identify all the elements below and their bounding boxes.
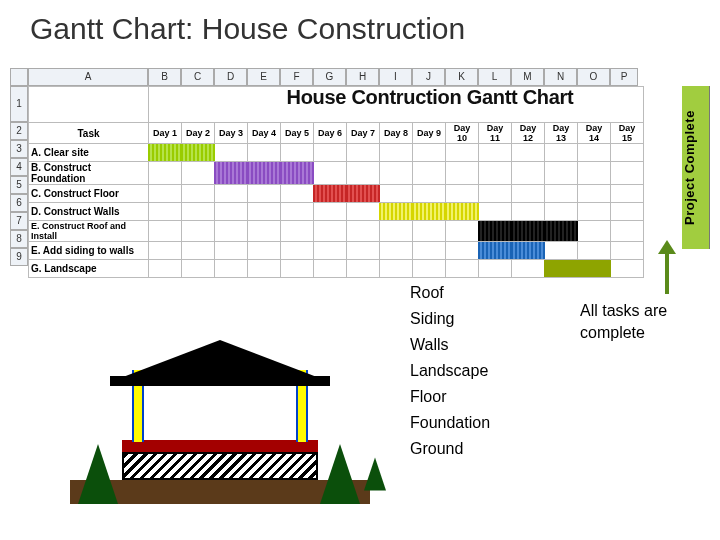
day-header: Day 4 [248, 123, 281, 144]
day-header: Day 1 [149, 123, 182, 144]
completion-note: All tasks are complete [580, 300, 710, 344]
col-header: H [346, 68, 379, 86]
row-header: 2 [10, 122, 28, 140]
gantt-bar [280, 162, 314, 184]
day-header: Day 7 [347, 123, 380, 144]
task-label: G. Landscape [29, 260, 149, 278]
gantt-bar [577, 260, 611, 277]
col-header: N [544, 68, 577, 86]
row-header: 5 [10, 176, 28, 194]
row-header: 1 [10, 86, 28, 122]
task-label: E. Construct Roof and Install [29, 221, 149, 242]
row-header: 7 [10, 212, 28, 230]
day-header: Day 6 [314, 123, 347, 144]
day-header: Day 12 [512, 123, 545, 144]
gantt-bar [247, 162, 281, 184]
legend-item: Foundation [410, 410, 490, 436]
col-header: D [214, 68, 247, 86]
slide-title: Gantt Chart: House Construction [0, 0, 720, 52]
col-header: I [379, 68, 412, 86]
row-header: 6 [10, 194, 28, 212]
foundation-shape [122, 452, 318, 480]
day-header: Day 11 [479, 123, 512, 144]
task-row: E. Add siding to walls [29, 242, 644, 260]
col-header: G [313, 68, 346, 86]
diagram-legend: Roof Siding Walls Landscape Floor Founda… [410, 280, 490, 462]
tree-icon [364, 458, 386, 491]
task-row: C. Construct Floor [29, 185, 644, 203]
legend-item: Walls [410, 332, 490, 358]
gantt-bar [379, 203, 413, 220]
corner-cell [10, 68, 28, 86]
gantt-grid: Task Day 1 Day 2 Day 3 Day 4 Day 5 Day 6… [28, 86, 644, 278]
tree-icon [78, 444, 118, 504]
task-row: D. Construct Walls [29, 203, 644, 221]
gantt-bar [478, 221, 512, 241]
gantt-bar [181, 144, 215, 161]
day-header: Day 2 [182, 123, 215, 144]
task-row: A. Clear site [29, 144, 644, 162]
day-header: Day 8 [380, 123, 413, 144]
col-header: A [28, 68, 148, 86]
tree-icon [320, 444, 360, 504]
gantt-bar [214, 162, 248, 184]
task-label: C. Construct Floor [29, 185, 149, 203]
project-complete-flag: Project Complete [682, 86, 710, 249]
row-header: 8 [10, 230, 28, 248]
task-row: B. Construct Foundation [29, 162, 644, 185]
task-label: E. Add siding to walls [29, 242, 149, 260]
col-header: O [577, 68, 610, 86]
row-header: 4 [10, 158, 28, 176]
col-header: P [610, 68, 638, 86]
gantt-bar [511, 221, 545, 241]
task-row: E. Construct Roof and Install [29, 221, 644, 242]
day-header: Day 9 [413, 123, 446, 144]
col-header: L [478, 68, 511, 86]
row-header: 9 [10, 248, 28, 266]
col-header: K [445, 68, 478, 86]
legend-item: Roof [410, 280, 490, 306]
day-header: Day 5 [281, 123, 314, 144]
gantt-bar [148, 144, 182, 161]
task-label: D. Construct Walls [29, 203, 149, 221]
roof-shape [110, 340, 330, 382]
gantt-bar [511, 242, 545, 259]
col-header-row: ABCDEFGHIJKLMNOP [10, 68, 710, 86]
day-header: Day 13 [545, 123, 578, 144]
day-header: Day 3 [215, 123, 248, 144]
legend-item: Landscape [410, 358, 490, 384]
arrow-icon [665, 250, 669, 294]
legend-item: Siding [410, 306, 490, 332]
col-header: F [280, 68, 313, 86]
gantt-bar [445, 203, 479, 220]
task-label: B. Construct Foundation [29, 162, 149, 185]
row-header: 3 [10, 140, 28, 158]
house-diagram: Roof Siding Walls Landscape Floor Founda… [10, 310, 710, 530]
gantt-bar [544, 221, 578, 241]
legend-item: Floor [410, 384, 490, 410]
task-label: A. Clear site [29, 144, 149, 162]
gantt-bar [412, 203, 446, 220]
day-header: Day 14 [578, 123, 611, 144]
floor-shape [122, 440, 318, 452]
gantt-bar [544, 260, 578, 277]
col-header: C [181, 68, 214, 86]
gantt-bar [478, 242, 512, 259]
gantt-spreadsheet: ABCDEFGHIJKLMNOP 1 2 3 4 5 6 7 8 9 House… [10, 68, 710, 86]
legend-item: Ground [410, 436, 490, 462]
gantt-bar [346, 185, 380, 202]
header-row: Task Day 1 Day 2 Day 3 Day 4 Day 5 Day 6… [29, 123, 644, 144]
day-header: Day 10 [446, 123, 479, 144]
task-header: Task [29, 123, 149, 144]
col-header: B [148, 68, 181, 86]
gantt-bar [313, 185, 347, 202]
day-header: Day 15 [611, 123, 644, 144]
col-header: M [511, 68, 544, 86]
col-header: J [412, 68, 445, 86]
col-header: E [247, 68, 280, 86]
task-row: G. Landscape [29, 260, 644, 278]
arrow-icon [658, 240, 676, 254]
